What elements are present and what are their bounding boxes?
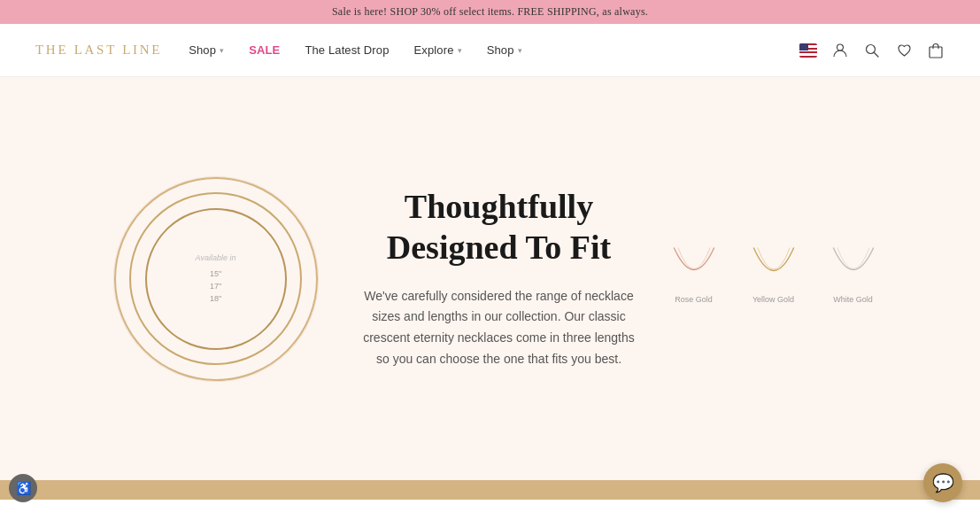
flag-icon[interactable] xyxy=(799,42,817,59)
hero-content: Available in 15" 17" 18" ThoughtfullyDes… xyxy=(0,77,980,480)
necklace-rings-visual: Available in 15" 17" 18" xyxy=(92,137,340,421)
header-icons xyxy=(799,42,945,59)
shape-white-gold: White Gold xyxy=(822,244,884,304)
ring-size-labels: Available in 15" 17" 18" xyxy=(196,252,236,306)
nav-item-shop1[interactable]: Shop ▾ xyxy=(189,43,224,57)
chevron-down-icon: ▾ xyxy=(518,46,522,55)
chat-icon: 💬 xyxy=(932,472,954,493)
hero-description: We've carefully considered the range of … xyxy=(358,286,641,370)
search-icon[interactable] xyxy=(863,42,881,59)
announcement-text: Sale is here! SHOP 30% off select items.… xyxy=(332,5,648,18)
white-gold-label: White Gold xyxy=(833,295,873,304)
hero-title: ThoughtfullyDesigned To Fit xyxy=(358,187,641,268)
chevron-down-icon: ▾ xyxy=(458,46,462,55)
announcement-bar: Sale is here! SHOP 30% off select items.… xyxy=(0,0,980,24)
shapes-row: Rose Gold Yellow Gold White Gold xyxy=(663,244,884,304)
nav-item-sale[interactable]: SALE xyxy=(249,43,280,57)
nav-item-shop2[interactable]: Shop ▾ xyxy=(487,43,522,57)
accessibility-icon: ♿ xyxy=(16,481,31,496)
shape-rose-gold: Rose Gold xyxy=(663,244,725,304)
hero-section: Available in 15" 17" 18" ThoughtfullyDes… xyxy=(0,77,980,480)
shape-yellow-gold: Yellow Gold xyxy=(743,244,805,304)
accessibility-button[interactable]: ♿ xyxy=(9,474,37,502)
chat-button[interactable]: 💬 xyxy=(923,463,962,502)
footer-strip xyxy=(0,480,980,500)
rose-gold-label: Rose Gold xyxy=(675,295,713,304)
yellow-gold-label: Yellow Gold xyxy=(752,295,794,304)
svg-line-2 xyxy=(875,52,879,57)
necklace-shapes-visual: Rose Gold Yellow Gold White Gold xyxy=(659,244,889,314)
main-nav: Shop ▾ SALE The Latest Drop Explore ▾ Sh… xyxy=(189,43,799,57)
cart-icon[interactable] xyxy=(927,42,945,59)
site-header: THE LAST LINE Shop ▾ SALE The Latest Dro… xyxy=(0,24,980,77)
wishlist-icon[interactable] xyxy=(895,42,913,59)
account-icon[interactable] xyxy=(831,42,849,59)
svg-point-1 xyxy=(867,44,876,53)
svg-rect-3 xyxy=(930,47,942,58)
hero-text-block: ThoughtfullyDesigned To Fit We've carefu… xyxy=(340,187,659,369)
rose-gold-arc xyxy=(663,244,725,288)
yellow-gold-arc xyxy=(743,244,805,288)
white-gold-arc xyxy=(822,244,884,288)
nav-item-explore[interactable]: Explore ▾ xyxy=(414,43,462,57)
svg-point-0 xyxy=(837,44,844,50)
nav-item-latest-drop[interactable]: The Latest Drop xyxy=(305,43,389,57)
site-logo[interactable]: THE LAST LINE xyxy=(35,43,162,58)
chevron-down-icon: ▾ xyxy=(220,46,224,55)
